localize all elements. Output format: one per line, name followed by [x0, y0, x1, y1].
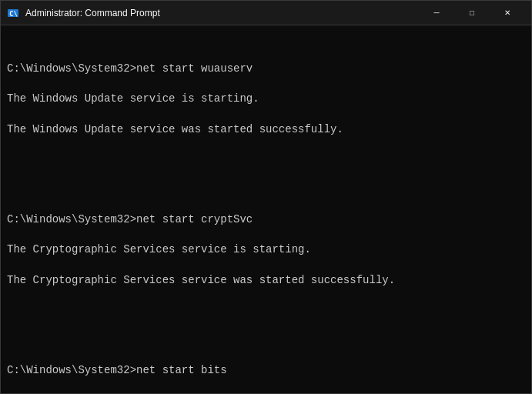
cmd-window: C\ Administrator: Command Prompt ─ □ ✕ C…	[0, 0, 532, 394]
window-icon: C\	[7, 7, 19, 19]
console-output[interactable]: C:\Windows\System32>net start wuauservTh…	[1, 25, 531, 393]
maximize-button[interactable]: □	[454, 1, 490, 25]
console-line: The Windows Update service is starting.	[7, 92, 525, 107]
console-line: C:\Windows\System32>net start cryptSvc	[7, 212, 525, 228]
svg-text:C\: C\	[9, 10, 18, 18]
console-line: C:\Windows\System32>net start bits	[7, 363, 525, 379]
close-button[interactable]: ✕	[490, 1, 525, 25]
title-bar: C\ Administrator: Command Prompt ─ □ ✕	[1, 1, 531, 25]
window-title: Administrator: Command Prompt	[25, 8, 419, 18]
console-line: The Cryptographic Services service was s…	[7, 273, 525, 289]
console-line: The Windows Update service was started s…	[7, 122, 525, 138]
console-line: C:\Windows\System32>net start wuauserv	[7, 62, 525, 77]
console-line: The Cryptographic Services service is st…	[7, 242, 525, 258]
window-controls: ─ □ ✕	[419, 1, 525, 25]
minimize-button[interactable]: ─	[419, 1, 454, 25]
